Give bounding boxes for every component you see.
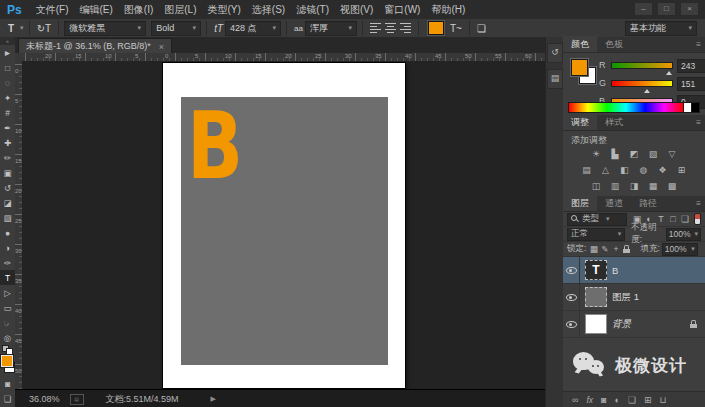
pasteboard[interactable]: B — [22, 61, 545, 389]
anti-alias-select[interactable]: 浑厚 ▾ — [305, 21, 357, 36]
eye-icon[interactable] — [566, 293, 577, 301]
history-brush-tool[interactable]: ↺ — [0, 180, 15, 195]
align-center-button[interactable] — [384, 22, 397, 34]
menu-item[interactable]: 图层(L) — [164, 3, 196, 17]
tool-preset-dropdown-arrow[interactable]: ▾ — [20, 24, 24, 32]
rectangle-tool[interactable]: ▭ — [0, 300, 15, 315]
font-size-select[interactable]: 428 点 ▾ — [225, 21, 281, 36]
adj-vibrance[interactable]: ▽ — [665, 148, 679, 160]
pen-tool[interactable]: ✑ — [0, 255, 15, 270]
lock-paint-icon[interactable]: ✎ — [599, 244, 610, 254]
spectrum-black-swatch[interactable] — [691, 102, 700, 113]
panel-menu-icon[interactable]: ≡ — [696, 40, 701, 49]
menu-item[interactable]: 选择(S) — [252, 3, 285, 17]
channel-slider[interactable] — [611, 62, 673, 69]
layer-style-button[interactable]: fx — [586, 395, 593, 405]
eye-icon[interactable] — [566, 266, 577, 274]
minimize-button[interactable]: – — [634, 2, 653, 16]
lock-position-icon[interactable]: + — [610, 244, 621, 254]
new-adjustment-layer-button[interactable]: ◐ — [614, 395, 619, 405]
panel-foreground-swatch[interactable] — [571, 59, 588, 76]
panel-menu-icon[interactable]: ≡ — [696, 118, 701, 127]
adj-channel-mixer[interactable]: ❖ — [656, 164, 670, 176]
adj-photo-filter[interactable]: ◍ — [637, 164, 651, 176]
quick-mask-button[interactable]: ◙ — [0, 376, 15, 391]
menu-item[interactable]: 类型(Y) — [208, 3, 241, 17]
layer-filter-select[interactable]: 类型 ▾ — [567, 213, 627, 226]
adj-color-lookup[interactable]: ⊞ — [675, 164, 689, 176]
move-tool[interactable]: ► — [0, 45, 15, 60]
hand-tool[interactable]: ☞ — [0, 315, 15, 330]
lasso-tool[interactable]: ◌ — [0, 75, 15, 90]
dodge-tool[interactable]: ◑ — [0, 240, 15, 255]
panel-tab[interactable]: 样式 — [597, 114, 631, 130]
maximize-button[interactable]: □ — [657, 2, 676, 16]
eye-icon[interactable] — [566, 320, 577, 328]
panel-tab[interactable]: 通道 — [597, 195, 631, 211]
zoom-level-field[interactable]: 36.08% — [29, 394, 60, 404]
adj-color-balance[interactable]: △ — [599, 164, 613, 176]
add-layer-mask-button[interactable]: ◙ — [601, 395, 606, 405]
filter-toggle-switch[interactable] — [694, 213, 701, 225]
panel-tab[interactable]: 图层 — [563, 195, 597, 211]
properties-panel-button[interactable]: ▤ — [547, 69, 563, 89]
quick-selection-tool[interactable]: ✦ — [0, 90, 15, 105]
panel-tab[interactable]: 颜色 — [563, 36, 597, 52]
adj-threshold[interactable]: ◨ — [627, 180, 641, 192]
adj-levels[interactable]: ▙ — [608, 148, 622, 160]
channel-slider[interactable] — [611, 80, 673, 87]
document-page[interactable]: B — [163, 63, 405, 388]
history-panel-button[interactable]: ↺ — [547, 43, 563, 63]
warp-text-icon[interactable]: T~ — [450, 23, 462, 34]
layer-name[interactable]: 背景 — [612, 318, 688, 331]
tool-preset-icon[interactable]: T — [8, 23, 14, 34]
menu-item[interactable]: 视图(V) — [340, 3, 373, 17]
toolbar-collapse-button[interactable]: » — [0, 37, 15, 45]
link-layers-button[interactable]: ∞ — [572, 395, 578, 405]
eraser-tool[interactable]: ◪ — [0, 195, 15, 210]
menu-item[interactable]: 帮助(H) — [431, 3, 465, 17]
toggle-panels-icon[interactable]: ❏ — [477, 23, 486, 34]
text-color-swatch[interactable] — [428, 21, 444, 35]
panel-tab[interactable]: 色板 — [597, 36, 631, 52]
brush-tool[interactable]: ✏ — [0, 150, 15, 165]
slider-handle[interactable] — [666, 68, 672, 75]
layer-thumbnail[interactable] — [585, 287, 607, 307]
visibility-cell[interactable] — [563, 284, 580, 310]
default-colors-icon[interactable] — [0, 345, 15, 354]
workspace-select[interactable]: 基本功能 ▾ — [625, 21, 697, 36]
panel-menu-icon[interactable]: ≡ — [696, 199, 701, 208]
channel-value-field[interactable]: 243 — [677, 59, 705, 73]
fill-field[interactable]: 100% ▾ — [662, 243, 698, 256]
document-tab[interactable]: 未标题-1 @ 36.1% (B, RGB/8)* × — [18, 38, 172, 54]
zoom-tool[interactable]: ◎ — [0, 330, 15, 345]
panel-tab[interactable]: 路径 — [631, 195, 665, 211]
layer-thumbnail[interactable] — [585, 314, 607, 334]
visibility-cell[interactable] — [563, 257, 580, 283]
close-icon[interactable]: × — [159, 42, 164, 52]
layer-row[interactable]: 图层 1 — [563, 284, 705, 311]
slider-handle[interactable] — [644, 86, 650, 93]
adj-gradient-map[interactable]: ▦ — [646, 180, 660, 192]
adj-curves[interactable]: ◩ — [627, 148, 641, 160]
new-layer-button[interactable]: ⊞ — [644, 395, 652, 405]
blur-tool[interactable]: ● — [0, 225, 15, 240]
layer-name[interactable]: 图层 1 — [612, 291, 705, 304]
status-expand-arrow[interactable]: ▶ — [211, 395, 216, 403]
filter-shape-layers[interactable]: □ — [667, 214, 679, 224]
screen-mode-button[interactable]: ❏ — [0, 391, 15, 406]
visibility-cell[interactable] — [563, 311, 580, 337]
filter-smart-objects[interactable]: ❏ — [679, 214, 691, 224]
gradient-tool[interactable]: ▨ — [0, 210, 15, 225]
channel-value-field[interactable]: 151 — [677, 77, 705, 91]
healing-brush-tool[interactable]: ✚ — [0, 135, 15, 150]
adj-hue-saturation[interactable]: ▤ — [580, 164, 594, 176]
new-group-button[interactable]: ❏ — [628, 395, 636, 405]
adj-selective-color[interactable]: ▩ — [665, 180, 679, 192]
text-layer-letter[interactable]: B — [187, 101, 243, 193]
lock-all-icon[interactable] — [623, 245, 630, 253]
font-style-select[interactable]: Bold ▾ — [151, 21, 201, 36]
marquee-tool[interactable]: □ — [0, 60, 15, 75]
blend-mode-select[interactable]: 正常 ▾ — [567, 228, 625, 241]
lock-transparency-icon[interactable]: ▦ — [588, 244, 599, 254]
